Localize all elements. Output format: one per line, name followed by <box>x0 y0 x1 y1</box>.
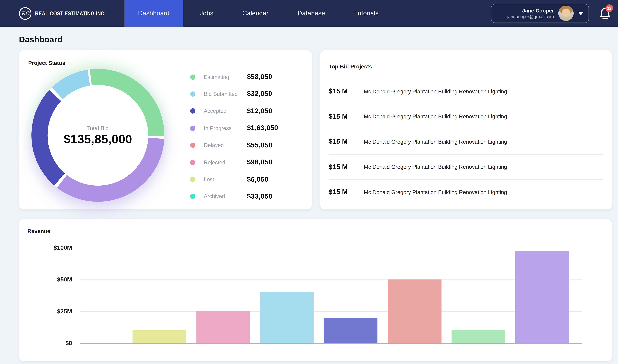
revenue-title: Revenue <box>27 228 51 234</box>
project-bid-amount: $15 M <box>329 188 354 196</box>
y-axis-tick-label: $0 <box>24 339 72 347</box>
user-profile-text: Jane Cooper janecooper@gmail.com <box>507 8 554 19</box>
legend-dot-icon <box>190 143 195 148</box>
project-status-card: Project Status Total Bid $135,85,000 Est… <box>19 50 312 209</box>
gridline <box>80 311 582 312</box>
legend-item: Delayed $55,050 <box>190 141 303 149</box>
legend-dot-icon <box>190 91 195 97</box>
avatar <box>558 6 574 21</box>
project-bid-amount: $15 M <box>329 138 354 146</box>
y-axis-tick-label: $50M <box>24 276 72 283</box>
revenue-bar <box>451 330 505 343</box>
y-axis-tick-label: $100M <box>24 244 72 251</box>
user-email: janecooper@gmail.com <box>507 14 554 19</box>
y-axis-tick-label: $25M <box>24 308 72 315</box>
user-profile-chip[interactable]: Jane Cooper janecooper@gmail.com <box>491 4 589 23</box>
legend-dot-icon <box>190 160 195 165</box>
top-cards-row: Project Status Total Bid $135,85,000 Est… <box>19 50 612 209</box>
revenue-bar <box>388 279 441 343</box>
total-bid-value: $135,85,000 <box>64 132 132 146</box>
navbar-right: Jane Cooper janecooper@gmail.com 12 <box>491 0 618 26</box>
project-status-donut-chart: Total Bid $135,85,000 <box>31 69 164 202</box>
nav-tab-database[interactable]: Database <box>285 0 338 26</box>
legend-value: $33,050 <box>247 193 272 201</box>
gridline <box>80 279 582 280</box>
legend-item: Rejected $98,050 <box>190 158 303 166</box>
top-bid-project-row[interactable]: $15 M Mc Donald Gregory Plantation Build… <box>329 104 603 129</box>
nav-tab-tutorials[interactable]: Tutorials <box>342 0 391 26</box>
legend-value: $98,050 <box>247 158 272 166</box>
project-name: Mc Donald Gregory Plantation Building Re… <box>364 139 507 145</box>
nav-tab-jobs[interactable]: Jobs <box>187 0 226 26</box>
nav-tab-calendar[interactable]: Calendar <box>230 0 281 26</box>
gridline <box>80 247 582 248</box>
project-bid-amount: $15 M <box>329 163 354 171</box>
legend-item: Archived $33,050 <box>190 193 303 201</box>
nav-tabs: Dashboard Jobs Calendar Database Tutoria… <box>124 0 391 26</box>
chevron-down-icon[interactable] <box>578 12 584 15</box>
legend-value: $55,050 <box>247 141 272 149</box>
legend-dot-icon <box>190 74 195 79</box>
revenue-bar <box>132 330 186 343</box>
revenue-bar <box>324 318 378 343</box>
dashboard-page: RC REAL COST ESTIMATING INC Dashboard Jo… <box>0 0 618 364</box>
revenue-bar <box>260 292 314 343</box>
notifications-bell-button[interactable]: 12 <box>599 7 611 19</box>
top-bid-project-row[interactable]: $15 M Mc Donald Gregory Plantation Build… <box>329 129 603 154</box>
legend-dot-icon <box>190 177 195 182</box>
revenue-bar-chart: $0$25M$50M$100M <box>80 247 582 344</box>
top-bid-project-row[interactable]: $15 M Mc Donald Gregory Plantation Build… <box>329 79 603 104</box>
legend-label: Bid Submitted <box>204 91 247 97</box>
legend-label: In Progress <box>204 125 247 131</box>
legend-label: Rejected <box>204 159 247 165</box>
legend-label: Lost <box>204 176 247 182</box>
legend-label: Accepted <box>204 108 247 114</box>
brand-name: REAL COST ESTIMATING INC <box>35 10 105 16</box>
project-status-title: Project Status <box>28 60 65 66</box>
legend-item: In Progress $1,63,050 <box>190 124 303 132</box>
legend-label: Estimating <box>204 74 247 80</box>
top-bid-project-row[interactable]: $15 M Mc Donald Gregory Plantation Build… <box>329 179 603 205</box>
user-name: Jane Cooper <box>522 8 554 14</box>
project-name: Mc Donald Gregory Plantation Building Re… <box>364 164 507 170</box>
revenue-bar <box>515 251 569 343</box>
legend-item: Lost $6,050 <box>190 175 303 183</box>
legend-value: $12,050 <box>247 107 272 115</box>
project-name: Mc Donald Gregory Plantation Building Re… <box>364 89 507 94</box>
project-status-legend: Estimating $58,050 Bid Submitted $32,050… <box>190 73 303 201</box>
brand-logo-icon: RC <box>19 7 31 20</box>
legend-item: Estimating $58,050 <box>190 73 303 81</box>
main-content: Dashboard Project Status Total Bid $135,… <box>0 35 618 361</box>
legend-item: Accepted $12,050 <box>190 107 303 115</box>
legend-value: $32,050 <box>247 90 272 98</box>
revenue-bar <box>196 311 250 343</box>
revenue-card: Revenue $0$25M$50M$100M <box>19 219 612 361</box>
legend-dot-icon <box>190 194 195 199</box>
legend-value: $58,050 <box>247 73 272 81</box>
notification-count-badge: 12 <box>605 4 613 12</box>
legend-label: Delayed <box>204 142 247 148</box>
donut-center: Total Bid $135,85,000 <box>48 85 148 186</box>
legend-item: Bid Submitted $32,050 <box>190 90 303 98</box>
project-bid-amount: $15 M <box>329 113 354 121</box>
legend-value: $6,050 <box>247 175 268 183</box>
top-bid-projects-title: Top Bid Projects <box>329 64 603 70</box>
project-bid-amount: $15 M <box>329 88 354 95</box>
brand: RC REAL COST ESTIMATING INC <box>0 0 124 26</box>
nav-tab-dashboard[interactable]: Dashboard <box>124 0 183 26</box>
top-navbar: RC REAL COST ESTIMATING INC Dashboard Jo… <box>0 0 618 26</box>
top-bid-projects-card: Top Bid Projects $15 M Mc Donald Gregory… <box>320 50 612 209</box>
legend-value: $1,63,050 <box>247 124 278 132</box>
total-bid-label: Total Bid <box>87 125 109 131</box>
project-name: Mc Donald Gregory Plantation Building Re… <box>364 189 507 195</box>
top-bid-project-row[interactable]: $15 M Mc Donald Gregory Plantation Build… <box>329 154 603 179</box>
project-name: Mc Donald Gregory Plantation Building Re… <box>364 114 507 120</box>
legend-dot-icon <box>190 108 195 114</box>
legend-dot-icon <box>190 126 195 131</box>
legend-label: Archived <box>204 194 247 200</box>
top-bid-projects-list: $15 M Mc Donald Gregory Plantation Build… <box>329 79 603 205</box>
page-title: Dashboard <box>19 35 612 44</box>
